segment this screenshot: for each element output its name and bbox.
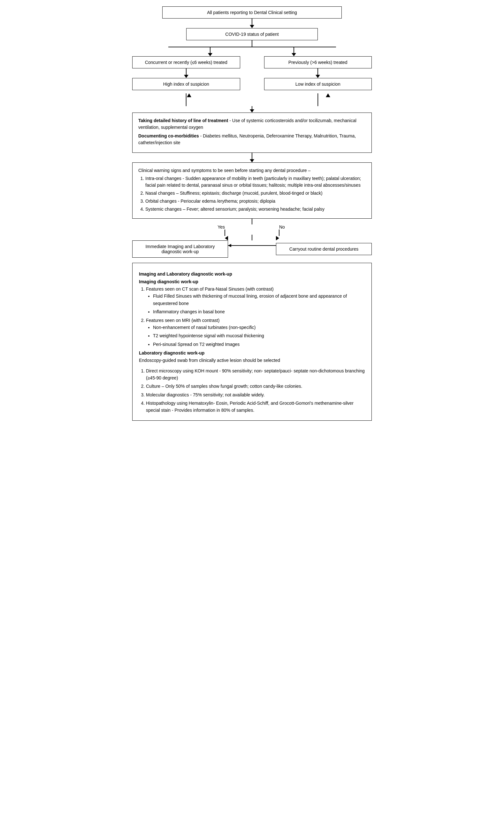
branch-row: Concurrent or recently (≤6 weeks) treate… xyxy=(132,56,372,78)
warning-text-4: – Fever; altered sensorium; paralysis; w… xyxy=(182,207,324,212)
suspicion-arrows-svg xyxy=(132,90,372,106)
lab-intro-end: should be selected xyxy=(241,358,280,363)
history-bold2: Documenting co-morbidities xyxy=(138,133,199,138)
mri-bullet-1: Non-enhancement of nasal turbinates (non… xyxy=(153,324,365,331)
lab-item-3: Molecular diagnostics - 75% sensitivity;… xyxy=(146,391,365,398)
no-label: No xyxy=(279,224,285,230)
left-arrow-head xyxy=(208,53,213,56)
mri-bullet-3: Peri-sinusal Spread on T2 weighted Image… xyxy=(153,341,365,348)
right-arrow2 xyxy=(316,69,320,78)
right-split xyxy=(252,47,336,56)
right-arrow-head xyxy=(276,236,279,240)
left-branch-box: Concurrent or recently (≤6 weeks) treate… xyxy=(132,56,240,69)
low-suspicion-text: Low index of suspicion xyxy=(295,82,340,87)
history-line1: Taking detailed history of line of treat… xyxy=(138,117,366,131)
left-arrow-head xyxy=(225,236,228,240)
left-branch-col: Concurrent or recently (≤6 weeks) treate… xyxy=(132,56,240,78)
warning-item-3: Orbital changes - Periocular edema /eryt… xyxy=(145,198,366,205)
lab-bold-4: Histopathology using xyxy=(146,401,187,406)
imaging-item-1: Features seen on CT scan of Para-Nasal S… xyxy=(146,286,365,316)
warning-item-4: Systemic changes – Fever; altered sensor… xyxy=(145,206,366,213)
warning-bold-1: Intra-oral changes xyxy=(145,176,181,181)
history-box: Taking detailed history of line of treat… xyxy=(132,113,372,153)
imaging-list: Features seen on CT scan of Para-Nasal S… xyxy=(146,286,365,348)
mri-bold: Features seen on MRI (with contrast) xyxy=(146,318,219,323)
lab-item-4: Histopathology using Hematoxylin- Eosin,… xyxy=(146,400,365,414)
warning-bold-3: Orbital changes xyxy=(145,199,177,204)
yes-no-section: Yes No xyxy=(132,219,372,258)
title-box: All patients reporting to Dental Clinica… xyxy=(162,6,342,18)
lab-bold-2: Culture xyxy=(146,384,161,389)
lab-title: Laboratory diagnostic work-up xyxy=(139,350,365,356)
bottom-box: Imaging and Laboratory diagnostic work-u… xyxy=(132,263,372,421)
arrow1 xyxy=(250,18,254,28)
horiz-connector xyxy=(168,47,336,47)
lab-bold-1: Direct microscopy using KOH mount xyxy=(146,368,218,373)
arrow-head xyxy=(250,25,254,28)
warning-item-1: Intra-oral changes - Sudden appearance o… xyxy=(145,175,366,189)
ct-bullets: Fluid Filled Sinuses with thickening of … xyxy=(153,292,365,315)
imaging-title: Imaging diagnostic work-up xyxy=(139,279,365,284)
routine-box: Carryout routine dental procedures xyxy=(276,243,372,255)
warning-intro: Clinical warning signs and symptoms to b… xyxy=(138,167,366,174)
title-text: All patients reporting to Dental Clinica… xyxy=(207,10,297,15)
mri-bullets: Non-enhancement of nasal turbinates (non… xyxy=(153,324,365,348)
left-arrow2 xyxy=(184,69,188,78)
lab-list: Direct microscopy using KOH mount - 90% … xyxy=(146,367,365,414)
right-v-line xyxy=(293,47,294,53)
svg-marker-5 xyxy=(228,244,231,247)
imaging-box: Immediate Imaging and Laboratory diagnos… xyxy=(132,240,228,258)
center-vert xyxy=(228,235,276,240)
split-vert xyxy=(252,40,252,47)
ct-bold: Features seen on CT scan of Para-Nasal S… xyxy=(146,286,274,292)
yes-label-container: Yes xyxy=(132,224,228,230)
lab-item-1: Direct microscopy using KOH mount - 90% … xyxy=(146,367,365,382)
bottom-main-title: Imaging and Laboratory diagnostic work-u… xyxy=(139,272,365,277)
svg-marker-1 xyxy=(187,93,191,97)
routine-box-label: Carryout routine dental procedures xyxy=(289,246,358,252)
lab-text-2: – Only 50% of samples show fungal growth… xyxy=(161,384,302,389)
yes-no-labels: Yes No xyxy=(132,224,372,240)
warning-text-3: - Periocular edema /erythema; proptosis;… xyxy=(177,199,275,204)
warning-item-2: Nasal changes – Stuffiness; epistaxis; d… xyxy=(145,190,366,197)
low-suspicion-box: Low index of suspicion xyxy=(264,78,372,90)
warning-bold-4: Systemic changes xyxy=(145,207,182,212)
suspicion-row: High index of suspicion Low index of sus… xyxy=(132,78,372,90)
high-suspicion-box: High index of suspicion xyxy=(132,78,240,90)
warning-bold-2: Nasal changes xyxy=(145,191,175,196)
imaging-item-2: Features seen on MRI (with contrast) Non… xyxy=(146,317,365,348)
yes-side: Yes xyxy=(132,224,228,240)
lab-item-2: Culture – Only 50% of samples show funga… xyxy=(146,383,365,390)
arrow-line xyxy=(252,18,252,25)
yes-label: Yes xyxy=(218,224,225,230)
lab-intro-text: Endoscopy-guided swab from clinically ac… xyxy=(139,357,365,364)
horiz-split xyxy=(168,47,336,56)
ct-bullet-2: Inflammatory changes in basal bone xyxy=(153,308,365,315)
ct-bullet-1: Fluid Filled Sinuses with thickening of … xyxy=(153,292,365,307)
horiz-arrows-between xyxy=(228,242,276,249)
left-v-line xyxy=(210,47,211,53)
right-arrow-head xyxy=(291,53,296,56)
history-bold1: Taking detailed history of line of treat… xyxy=(138,118,228,123)
right-branch-box: Previously (>6 weeks) treated xyxy=(264,56,372,69)
split-section xyxy=(132,40,372,56)
lab-bold-3: Molecular diagnostics xyxy=(146,392,189,398)
mri-bullet-2: T2 weighted hypointense signal with muco… xyxy=(153,332,365,339)
warning-box: Clinical warning signs and symptoms to b… xyxy=(132,162,372,219)
covid-status-text: COVID-19 status of patient xyxy=(225,32,278,37)
right-branch-text: Previously (>6 weeks) treated xyxy=(288,60,348,65)
imaging-box-label: Immediate Imaging and Laboratory diagnos… xyxy=(145,244,215,254)
right-branch-col: Previously (>6 weeks) treated xyxy=(264,56,372,78)
flowchart: All patients reporting to Dental Clinica… xyxy=(132,6,372,421)
suspicion-arrows xyxy=(132,90,372,106)
no-label-container: No xyxy=(276,224,372,230)
history-line2: Documenting co-morbidities - Diabetes me… xyxy=(138,133,366,146)
left-branch-text: Concurrent or recently (≤6 weeks) treate… xyxy=(145,60,227,65)
lab-intro-bold: clinically active lesion xyxy=(199,358,241,363)
warning-list: Intra-oral changes - Sudden appearance o… xyxy=(145,175,366,213)
covid-status-box: COVID-19 status of patient xyxy=(186,28,318,40)
arrow3 xyxy=(250,153,254,162)
warning-text-2: – Stuffiness; epistaxis; discharge (muco… xyxy=(175,191,323,196)
center-arrow-down xyxy=(250,106,254,113)
lab-text-3: - 75% sensitivity; not available widely. xyxy=(189,392,265,398)
